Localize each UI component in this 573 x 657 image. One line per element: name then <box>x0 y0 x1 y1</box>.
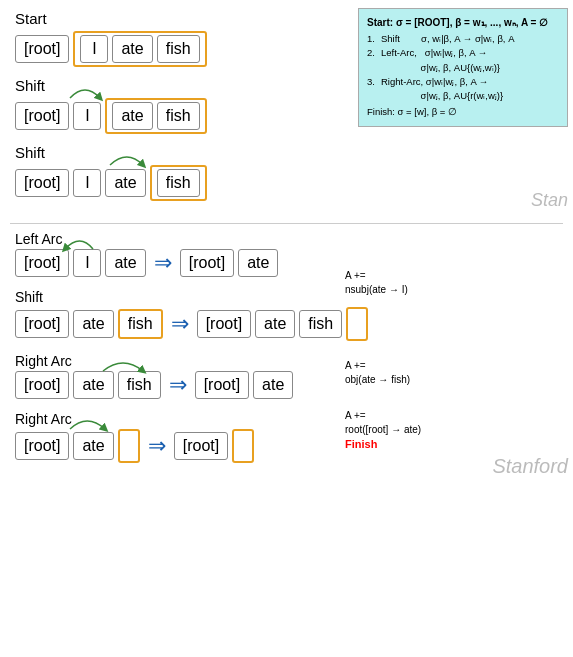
sb-result-ate: ate <box>255 310 295 338</box>
spacer-2 <box>345 319 568 359</box>
info-num-1: 1. <box>367 32 377 46</box>
sb-token-fish: fish <box>118 309 163 339</box>
token-ate-s1: ate <box>112 102 152 130</box>
la-token-I: I <box>73 249 101 277</box>
shift-bottom-label: Shift <box>15 289 330 305</box>
token-fish-s1: fish <box>157 102 200 130</box>
stanford-watermark: Stanford <box>492 455 568 478</box>
section-divider <box>10 223 563 224</box>
section-shift1: Shift [root] I ate fish <box>15 77 330 134</box>
right-arc1-curve <box>15 353 155 375</box>
token-fish-s2: fish <box>157 169 200 197</box>
right-arc1-row: [root] ate fish ⇒ [root] ate <box>15 371 330 399</box>
section-start: Start [root] I ate fish <box>15 10 330 67</box>
token-I-s2: I <box>73 169 101 197</box>
bottom-right: A +=nsubj(ate → I) A +=obj(ate → fish) A… <box>340 226 573 480</box>
ra2-result-root: [root] <box>174 432 228 460</box>
token-I-s1: I <box>73 102 101 130</box>
start-group: I ate fish <box>73 31 206 67</box>
info-text-3: Right-Arc, σ|wᵢ|wⱼ, β, A → σ|wⱼ, β, AU{r… <box>381 75 503 104</box>
star-watermark: Stan <box>531 190 568 211</box>
shift1-group: ate fish <box>105 98 206 134</box>
info-num-3: 3. <box>367 75 377 104</box>
note-right-arc2: A +=root([root] → ate) Finish <box>345 409 568 452</box>
token-root: [root] <box>15 35 69 63</box>
start-label: Start <box>15 10 330 27</box>
ra1-result-ate: ate <box>253 371 293 399</box>
ra1-token-fish: fish <box>118 371 161 399</box>
section-shift2: Shift [root] I ate fish <box>15 144 330 201</box>
la-token-ate: ate <box>105 249 145 277</box>
action-right-arc1: Right Arc [root] ate fish ⇒ <box>15 353 330 399</box>
left-arc-curve <box>15 231 135 253</box>
info-text-1: Shift σ, wᵢ|β, A → σ|wᵢ, β, A <box>381 32 514 46</box>
token-root-s2: [root] <box>15 169 69 197</box>
ra1-token-root: [root] <box>15 371 69 399</box>
spacer-1 <box>345 231 568 269</box>
token-I: I <box>80 35 108 63</box>
la-result-root: [root] <box>180 249 234 277</box>
right-arc2-curve <box>15 411 125 433</box>
sb-result-root: [root] <box>197 310 251 338</box>
sb-token-ate: ate <box>73 310 113 338</box>
la-result-ate: ate <box>238 249 278 277</box>
info-finish: Finish: σ = [w], β = ∅ <box>367 105 559 119</box>
action-left-arc: Left Arc [root] I ate ⇒ [r <box>15 231 330 277</box>
ra2-token-ate: ate <box>73 432 113 460</box>
shift2-row: [root] I ate fish <box>15 165 330 201</box>
info-box: Start: σ = [ROOT], β = w₁, ..., wₙ, A = … <box>358 8 568 127</box>
bottom-left: Left Arc [root] I ate ⇒ [r <box>0 226 340 480</box>
token-root-s1: [root] <box>15 102 69 130</box>
left-arc-row: [root] I ate ⇒ [root] ate <box>15 249 330 277</box>
ra1-arrow: ⇒ <box>169 372 187 398</box>
info-title: Start: σ = [ROOT], β = w₁, ..., wₙ, A = … <box>367 15 559 30</box>
token-ate-s2: ate <box>105 169 145 197</box>
ra2-token-root: [root] <box>15 432 69 460</box>
shift-bottom-row: [root] ate fish ⇒ [root] ate fish <box>15 307 330 341</box>
note-right-arc1: A +=obj(ate → fish) <box>345 359 568 387</box>
info-num-2: 2. <box>367 46 377 75</box>
ra1-token-ate: ate <box>73 371 113 399</box>
la-arrow: ⇒ <box>154 250 172 276</box>
sb-token-root: [root] <box>15 310 69 338</box>
shift1-row: [root] I ate fish <box>15 98 330 134</box>
right-arc2-row: [root] ate ⇒ [root] <box>15 429 330 463</box>
action-right-arc2: Right Arc [root] ate ⇒ [r <box>15 411 330 463</box>
info-row-1: 1. Shift σ, wᵢ|β, A → σ|wᵢ, β, A <box>367 32 559 46</box>
token-fish: fish <box>157 35 200 63</box>
start-row: [root] I ate fish <box>15 31 330 67</box>
token-ate: ate <box>112 35 152 63</box>
ra1-result-root: [root] <box>195 371 249 399</box>
info-row-2: 2. Left-Arc, σ|wᵢ|wⱼ, β, A → σ|wⱼ, β, AU… <box>367 46 559 75</box>
action-shift-bottom: Shift [root] ate fish ⇒ [root] ate fish <box>15 289 330 341</box>
bottom-section: Left Arc [root] I ate ⇒ [r <box>0 226 573 480</box>
shift2-arc <box>15 147 145 169</box>
note-left-arc: A +=nsubj(ate → I) <box>345 269 568 297</box>
ra2-token-empty <box>118 429 140 463</box>
la-token-root: [root] <box>15 249 69 277</box>
sb-arrow: ⇒ <box>171 311 189 337</box>
ra2-arrow: ⇒ <box>148 433 166 459</box>
sb-result-fish: fish <box>299 310 342 338</box>
shift1-arc <box>15 80 115 102</box>
info-row-3: 3. Right-Arc, σ|wᵢ|wⱼ, β, A → σ|wⱼ, β, A… <box>367 75 559 104</box>
ra2-result-empty <box>232 429 254 463</box>
info-text-2: Left-Arc, σ|wᵢ|wⱼ, β, A → σ|wⱼ, β, AU{(w… <box>381 46 500 75</box>
finish-label: Finish <box>345 438 377 450</box>
shift2-group: fish <box>150 165 207 201</box>
